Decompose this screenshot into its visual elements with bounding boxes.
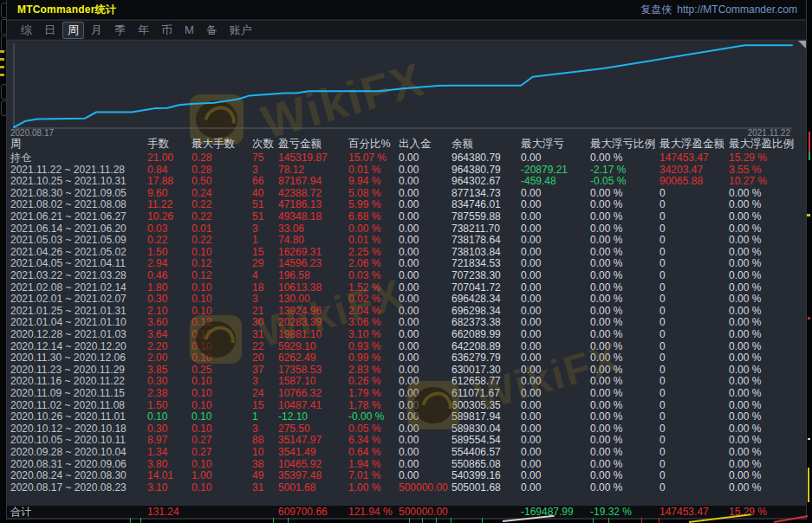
table-row[interactable]: 2020.10.05 ~ 2020.10.118.970.278835147.9… bbox=[7, 435, 806, 447]
table-row[interactable]: 持仓21.000.2875145319.8715.07 %0.00964380.… bbox=[7, 152, 806, 165]
cell: 0.00 % bbox=[729, 411, 761, 423]
column-header[interactable]: 周 bbox=[10, 137, 22, 152]
table-row[interactable]: 2021.08.30 ~ 2021.09.059.600.244042388.7… bbox=[7, 188, 806, 200]
cell: 0.00 % bbox=[590, 411, 622, 423]
column-header[interactable]: 次数 bbox=[252, 137, 274, 152]
table-row[interactable]: 2020.11.30 ~ 2020.12.062.000.10206262.49… bbox=[7, 352, 806, 365]
menu-item-备[interactable]: 备 bbox=[201, 22, 223, 39]
column-header[interactable]: 余额 bbox=[451, 137, 473, 152]
table-row[interactable]: 2021.06.14 ~ 2021.06.200.030.01333.060.0… bbox=[7, 223, 806, 236]
menu-item-日[interactable]: 日 bbox=[39, 22, 61, 39]
table-row[interactable]: 2020.11.02 ~ 2020.11.081.500.101510487.4… bbox=[7, 400, 806, 412]
table-row[interactable]: 2021.02.01 ~ 2021.02.070.300.103130.000.… bbox=[7, 294, 806, 306]
candle-fragment bbox=[809, 132, 810, 154]
menu-item-周[interactable]: 周 bbox=[62, 22, 84, 39]
menu-item-综[interactable]: 综 bbox=[16, 22, 37, 39]
clipped-yellow-text bbox=[0, 66, 4, 68]
column-header[interactable]: 最大手数 bbox=[192, 137, 235, 152]
column-header[interactable]: 最大浮盈金额 bbox=[659, 137, 724, 152]
menu-item-M[interactable]: M bbox=[179, 23, 199, 37]
table-row[interactable]: 2020.08.17 ~ 2020.08.233.100.10315001.68… bbox=[7, 482, 806, 494]
column-header[interactable]: 最大浮亏 bbox=[521, 137, 564, 152]
cell: 15 bbox=[252, 400, 263, 412]
table-row[interactable]: 2021.02.08 ~ 2021.02.141.800.101810613.3… bbox=[7, 282, 806, 294]
table-row[interactable]: 2021.03.22 ~ 2021.03.280.460.124196.580.… bbox=[7, 270, 806, 282]
cell: 0.00 bbox=[521, 223, 541, 236]
table-row[interactable]: 2020.08.31 ~ 2020.09.063.800.103810465.9… bbox=[7, 459, 806, 471]
column-header[interactable]: 盈亏金额 bbox=[278, 137, 322, 152]
table-row[interactable]: 2020.12.14 ~ 2020.12.202.200.10225929.10… bbox=[7, 341, 806, 353]
cell: 6262.49 bbox=[278, 352, 315, 365]
candle-wick bbox=[608, 518, 609, 523]
column-header[interactable]: 手数 bbox=[147, 137, 169, 152]
table-row[interactable]: 2020.10.12 ~ 2020.10.180.300.103275.500.… bbox=[7, 423, 806, 436]
table-row[interactable]: 2021.05.03 ~ 2021.05.090.220.22174.800.0… bbox=[7, 235, 806, 247]
window-title: MTCommander统计 bbox=[17, 3, 116, 17]
column-header[interactable]: 出入金 bbox=[399, 137, 432, 152]
cell: 0.00 % bbox=[590, 247, 622, 259]
table-row[interactable]: 2021.04.26 ~ 2021.05.021.500.101516269.3… bbox=[7, 247, 806, 259]
cell: 17358.53 bbox=[278, 365, 322, 377]
column-header[interactable]: 百分比% bbox=[348, 137, 391, 152]
table-row[interactable]: 2020.08.24 ~ 2020.08.3014.011.004935397.… bbox=[7, 470, 806, 482]
cell: 0.01 % bbox=[348, 165, 380, 177]
cell: 0.00 % bbox=[729, 447, 761, 459]
cell: 15 bbox=[252, 247, 263, 259]
cell: 0.00 % bbox=[590, 152, 622, 165]
cell: 2020.11.16 ~ 2020.11.22 bbox=[10, 376, 125, 388]
cell: 0 bbox=[659, 482, 666, 494]
cell: 6.34 % bbox=[348, 435, 380, 447]
cell: 0.27 bbox=[192, 447, 211, 459]
column-header[interactable]: 最大浮盈比例 bbox=[729, 137, 794, 152]
menu-item-账户[interactable]: 账户 bbox=[224, 22, 257, 39]
cell: 2020.08.17 ~ 2020.08.23 bbox=[10, 482, 127, 494]
cell: 1.00 bbox=[192, 470, 211, 482]
table-row[interactable]: 2020.11.16 ~ 2020.11.220.300.1031587.100… bbox=[7, 376, 806, 388]
table-row[interactable]: 2020.11.23 ~ 2020.11.293.850.253717358.5… bbox=[7, 365, 806, 377]
cell: 682373.38 bbox=[451, 317, 501, 329]
cell: 0.00 % bbox=[729, 376, 761, 388]
menu-item-币[interactable]: 币 bbox=[156, 22, 178, 39]
cell: 4 bbox=[252, 270, 258, 282]
table-row[interactable]: 2021.06.21 ~ 2021.06.2710.260.225149348.… bbox=[7, 211, 806, 223]
cell: 0.00 % bbox=[590, 482, 622, 494]
cell: 11.22 bbox=[147, 199, 172, 211]
cell: 0 bbox=[659, 317, 666, 329]
table-row[interactable]: 2021.10.25 ~ 2021.10.3117.880.506687167.… bbox=[7, 176, 806, 188]
candle-wick bbox=[409, 518, 410, 523]
cell: 51 bbox=[252, 199, 263, 211]
column-header[interactable]: 最大浮亏比例 bbox=[590, 137, 655, 152]
table-row[interactable]: 2020.11.09 ~ 2020.11.152.380.102410766.3… bbox=[7, 388, 806, 400]
cell: 0.50 bbox=[192, 176, 211, 188]
cell: 16269.31 bbox=[278, 247, 322, 259]
cell: 0.00 % bbox=[590, 317, 622, 329]
cell: 0 bbox=[659, 306, 666, 318]
cell: 1.00 % bbox=[348, 482, 380, 494]
menu-item-季[interactable]: 季 bbox=[109, 22, 131, 39]
menu-item-年[interactable]: 年 bbox=[133, 22, 154, 39]
table-row[interactable]: 2021.01.04 ~ 2021.01.103.600.123020283.3… bbox=[7, 317, 806, 329]
cell: 49348.18 bbox=[278, 211, 322, 223]
table-row[interactable]: 2020.12.28 ~ 2021.01.033.640.123119881.1… bbox=[7, 329, 806, 341]
table-row[interactable]: 2020.09.28 ~ 2020.10.041.340.27103541.49… bbox=[7, 447, 806, 459]
total-row[interactable]: 合计131.24609700.66121.94 %500000.00-16948… bbox=[7, 506, 806, 518]
cell: 0.00 bbox=[521, 423, 541, 436]
candle-wick bbox=[593, 518, 594, 523]
cell: 5.08 % bbox=[348, 188, 380, 200]
table-row[interactable]: 2020.10.26 ~ 2020.11.010.100.101-12.10-0… bbox=[7, 411, 806, 423]
table-row[interactable]: 2021.08.02 ~ 2021.08.0811.220.225147186.… bbox=[7, 199, 806, 211]
table-row[interactable]: 2021.11.22 ~ 2021.11.280.840.28378.120.0… bbox=[7, 165, 806, 177]
cell: 147453.47 bbox=[659, 152, 709, 165]
cell: 1 bbox=[252, 235, 258, 247]
resize-grip-icon[interactable] bbox=[798, 41, 806, 48]
cell: 2021.01.25 ~ 2021.01.31 bbox=[10, 306, 127, 318]
menu-item-月[interactable]: 月 bbox=[86, 22, 107, 39]
cell: 0.00 % bbox=[590, 270, 622, 282]
table-row[interactable]: 2021.04.05 ~ 2021.04.112.940.122914596.2… bbox=[7, 258, 806, 270]
cell: 2020.11.23 ~ 2020.11.29 bbox=[10, 365, 125, 377]
cell: 0.00 bbox=[521, 482, 541, 494]
cell: 0.10 bbox=[192, 282, 211, 294]
cell: 34203.47 bbox=[659, 165, 703, 177]
cell: 6.68 % bbox=[348, 211, 380, 223]
title-bar[interactable]: MTCommander统计 复盘侠http://MTCommander.com bbox=[7, 0, 806, 20]
